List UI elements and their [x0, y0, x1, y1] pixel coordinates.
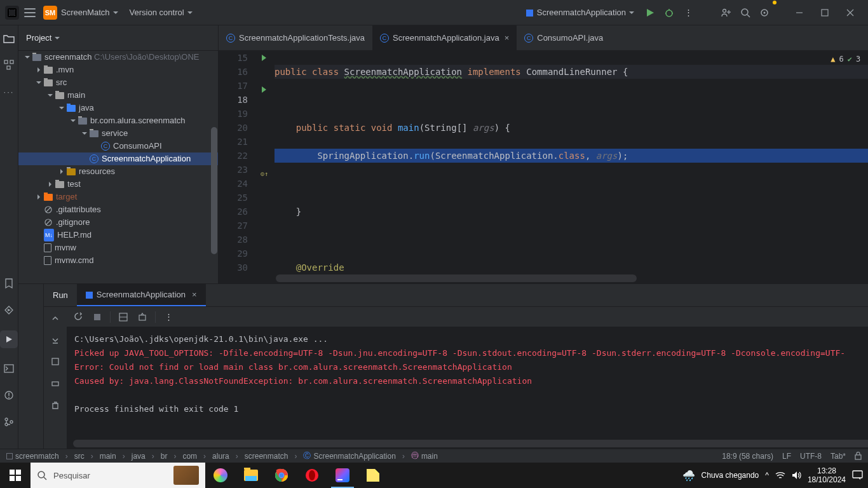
start-button[interactable]	[0, 463, 31, 488]
line-separator[interactable]: LF	[782, 452, 791, 461]
print-icon[interactable]	[49, 377, 62, 390]
structure-tool-icon[interactable]	[3, 58, 15, 71]
taskbar-clock[interactable]: 13:28 18/10/2024	[808, 466, 846, 484]
editor-tab[interactable]: CScreenmatchApplicationTests.java	[219, 25, 372, 50]
tree-item[interactable]: br.com.alura.screenmatch	[18, 114, 218, 127]
tree-item[interactable]: .gitignore	[18, 216, 218, 229]
project-tree[interactable]: screenmatch C:\Users\João\Desktop\ONE .m…	[18, 51, 219, 283]
tree-item[interactable]: mvnw	[18, 241, 218, 254]
run-more-button[interactable]: ⋮	[162, 311, 175, 323]
weather-text[interactable]: Chuva chegando	[702, 471, 759, 480]
tabs-more-button[interactable]: ⋮	[862, 25, 868, 50]
tree-item[interactable]: M↓HELP.md	[18, 229, 218, 241]
project-dropdown[interactable]: ScreenMatch	[61, 8, 118, 17]
minimize-button[interactable]	[787, 0, 812, 25]
taskbar-search[interactable]: Pesquisar	[31, 463, 205, 488]
weather-icon[interactable]: 🌧️	[682, 470, 695, 482]
maximize-button[interactable]	[812, 0, 837, 25]
copilot-taskbar-icon[interactable]	[205, 463, 236, 488]
tree-item[interactable]: src	[18, 76, 218, 89]
tray-chevron-icon[interactable]: ^	[765, 471, 769, 480]
search-everywhere-button[interactable]	[738, 5, 753, 20]
intellij-taskbar-icon[interactable]	[327, 463, 358, 488]
tree-item[interactable]: mvnw.cmd	[18, 254, 218, 267]
services-tool-icon[interactable]	[3, 304, 15, 316]
project-label: Project	[26, 33, 51, 43]
stop-button[interactable]	[91, 311, 104, 323]
bookmarks-tool-icon[interactable]	[3, 277, 15, 290]
problems-tool-icon[interactable]	[3, 389, 15, 402]
export-button[interactable]	[136, 311, 149, 323]
rerun-button[interactable]	[72, 311, 85, 323]
svg-point-30	[5, 423, 8, 426]
terminal-tool-icon[interactable]	[3, 362, 15, 375]
editor-tab[interactable]: CConsumoAPI.java	[517, 25, 611, 50]
close-button[interactable]	[837, 0, 863, 25]
run-tab-active[interactable]: ScreenmatchApplication ×	[77, 284, 206, 306]
svg-rect-16	[822, 10, 828, 16]
indent-status[interactable]: Tab*	[831, 452, 846, 461]
debug-button[interactable]	[661, 5, 677, 20]
breadcrumb[interactable]: screenmatch› src› main› java› br› com› a…	[6, 451, 438, 461]
run-config-selector[interactable]: ScreenmatchApplication	[526, 8, 634, 17]
main-menu-icon[interactable]	[24, 8, 36, 17]
code-editor[interactable]: 151617 181920 212223 242526 27282930 ⊙↑	[219, 51, 868, 283]
inspection-summary[interactable]: ▲6 ✔3	[831, 55, 860, 64]
titlebar: SM ScreenMatch Version control Screenmat…	[0, 0, 868, 25]
svg-point-29	[5, 418, 8, 421]
project-tool-icon[interactable]	[3, 32, 15, 44]
project-scrollbar[interactable]	[211, 127, 217, 254]
override-gutter-icon[interactable]: ⊙↑	[261, 170, 275, 184]
tree-item[interactable]: target	[18, 191, 218, 203]
notifications-taskbar-icon[interactable]	[852, 470, 863, 480]
tree-item-selected[interactable]: CScreenmatchApplication	[18, 152, 218, 165]
tree-item[interactable]: resources	[18, 165, 218, 178]
tree-item[interactable]: .mvn	[18, 64, 218, 76]
chrome-taskbar-icon[interactable]	[266, 463, 297, 488]
tree-item[interactable]: main	[18, 89, 218, 102]
editor-tab-active[interactable]: CScreenmatchApplication.java×	[372, 25, 517, 50]
more-actions-button[interactable]: ⋮	[681, 5, 696, 20]
up-stack-icon[interactable]	[49, 312, 62, 325]
run-gutter-icon[interactable]	[262, 55, 266, 61]
volume-icon[interactable]	[792, 471, 801, 480]
explorer-taskbar-icon[interactable]	[236, 463, 266, 488]
run-button[interactable]	[642, 5, 658, 20]
run-console[interactable]: C:\Users\João\.jdks\openjdk-21.0.1\bin\j…	[67, 327, 868, 449]
git-tool-icon[interactable]	[3, 416, 15, 428]
tree-item[interactable]: .gitattributes	[18, 203, 218, 216]
tree-root[interactable]: screenmatch C:\Users\João\Desktop\ONE	[18, 51, 218, 64]
soft-wrap-icon[interactable]	[49, 355, 62, 368]
tree-item[interactable]: java	[18, 102, 218, 114]
svg-point-56	[309, 470, 315, 480]
opera-taskbar-icon[interactable]	[297, 463, 327, 488]
cursor-position[interactable]: 18:9 (58 chars)	[722, 452, 773, 461]
tab-close-icon[interactable]: ×	[505, 33, 510, 43]
chevron-down-icon[interactable]	[55, 37, 60, 39]
sticky-notes-taskbar-icon[interactable]	[358, 463, 388, 488]
tree-item[interactable]: CConsumoAPI	[18, 140, 218, 152]
more-tools-icon[interactable]: ···	[3, 85, 15, 98]
tree-item[interactable]: test	[18, 178, 218, 191]
tree-item[interactable]: service	[18, 127, 218, 140]
file-encoding[interactable]: UTF-8	[800, 452, 822, 461]
line-gutter: 151617 181920 212223 242526 27282930	[219, 51, 261, 283]
vcs-dropdown[interactable]: Version control	[130, 8, 193, 17]
run-tool-icon[interactable]	[0, 330, 18, 348]
code-with-me-button[interactable]	[719, 5, 734, 20]
clock-time: 13:28	[808, 466, 846, 475]
run-gutter-icon[interactable]	[262, 86, 266, 93]
console-h-scrollbar[interactable]	[73, 440, 868, 447]
tab-close-icon[interactable]: ×	[192, 290, 197, 299]
layout-button[interactable]	[117, 311, 130, 323]
readonly-lock-icon[interactable]	[855, 452, 862, 460]
svg-line-49	[44, 477, 46, 480]
clear-icon[interactable]	[49, 398, 62, 411]
editor-h-scrollbar[interactable]	[276, 274, 868, 282]
settings-button[interactable]	[757, 5, 772, 20]
wifi-icon[interactable]	[775, 471, 785, 479]
svg-line-33	[46, 207, 51, 212]
code-content[interactable]: public class ScreenmatchApplication impl…	[275, 51, 868, 283]
svg-rect-42	[139, 315, 146, 320]
down-stack-icon[interactable]	[49, 334, 62, 346]
